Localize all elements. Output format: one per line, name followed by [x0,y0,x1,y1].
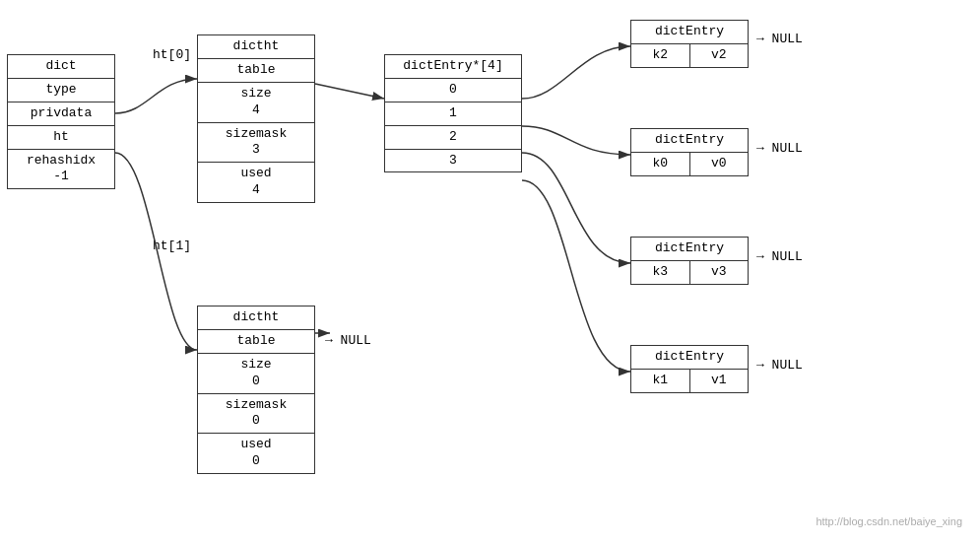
dict-box: dict type privdata ht rehashidx-1 [7,54,115,189]
entry-k2v2-kv: k2 v2 [631,44,748,67]
dictht-top-size: size4 [198,83,314,123]
array-2: 2 [385,126,521,150]
array-3: 3 [385,150,521,172]
entry-k3v3-kv: k3 v3 [631,261,748,284]
entry-k0v0: dictEntry k0 v0 [630,128,749,176]
entry-k1v1-k: k1 [631,370,690,392]
entry-k3v3: dictEntry k3 v3 [630,237,749,285]
entry-k1v1-v: v1 [690,370,749,392]
dictht-top-used: used4 [198,163,314,202]
dict-field-dict: dict [8,55,114,79]
entry-k3v3-v: v3 [690,261,749,284]
entry-k1v1-title: dictEntry [631,346,748,370]
dictht-top-title: dictht [198,35,314,59]
dict-entry-array: dictEntry*[4] 0 1 2 3 [384,54,522,172]
dictht-top: dictht table size4 sizemask3 used4 [197,34,315,203]
entry-k0v0-k: k0 [631,153,690,175]
dict-field-rehashidx: rehashidx-1 [8,150,114,189]
label-ht0: ht[0] [153,47,191,62]
entry-k2v2: dictEntry k2 v2 [630,20,749,68]
dictht-bottom: dictht table size0 sizemask0 used0 [197,306,315,474]
array-title: dictEntry*[4] [385,55,521,79]
dict-field-type: type [8,79,114,102]
entry-k1v1-kv: k1 v1 [631,370,748,392]
dictht-bottom-table: table [198,330,314,354]
label-null-k0v0: → NULL [756,141,803,156]
dictht-top-table: table [198,59,314,83]
label-ht1: ht[1] [153,238,191,253]
array-0: 0 [385,79,521,102]
entry-k2v2-title: dictEntry [631,21,748,44]
dictht-bottom-used: used0 [198,434,314,473]
diagram: dict type privdata ht rehashidx-1 dictht… [0,0,980,545]
entry-k3v3-title: dictEntry [631,238,748,261]
dictht-bottom-title: dictht [198,307,314,330]
entry-k0v0-kv: k0 v0 [631,153,748,175]
dictht-bottom-size: size0 [198,354,314,394]
entry-k1v1: dictEntry k1 v1 [630,345,749,393]
entry-k0v0-title: dictEntry [631,129,748,153]
entry-k2v2-k: k2 [631,44,690,67]
watermark: http://blog.csdn.net/baiye_xing [816,515,962,527]
dictht-bottom-sizemask: sizemask0 [198,394,314,435]
label-null-k3v3: → NULL [756,249,803,264]
entry-k3v3-k: k3 [631,261,690,284]
label-null-table: → NULL [325,333,371,348]
array-1: 1 [385,102,521,126]
entry-k0v0-v: v0 [690,153,749,175]
label-null-k2v2: → NULL [756,32,803,46]
dict-field-privdata: privdata [8,102,114,126]
dictht-top-sizemask: sizemask3 [198,123,314,164]
entry-k2v2-v: v2 [690,44,749,67]
dict-field-ht: ht [8,126,114,150]
label-null-k1v1: → NULL [756,358,803,373]
